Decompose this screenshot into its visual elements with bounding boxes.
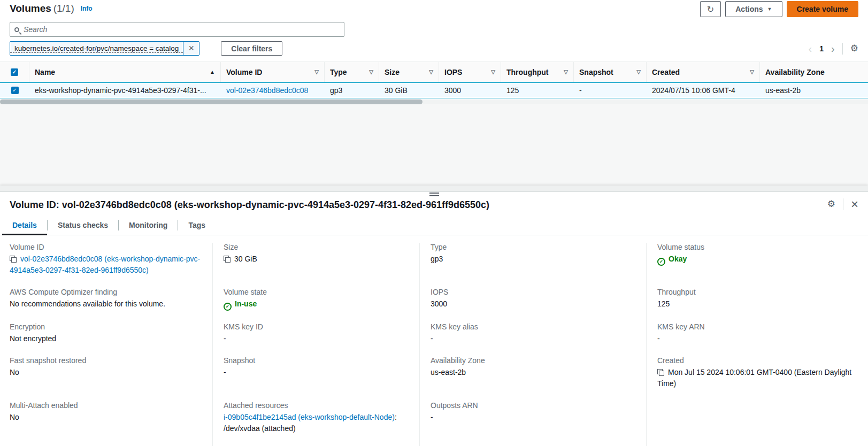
attached-instance-link[interactable]: i-09b05c4f1be2145ad (eks-workshop-defaul…	[224, 413, 395, 421]
table-header-row: ✓ Name▲ Volume ID▽ Type▽ Size▽ IOPS▽ Thr…	[0, 61, 868, 82]
search-row	[10, 22, 858, 37]
tab-tags[interactable]: Tags	[178, 215, 216, 235]
column-header-created[interactable]: Created▽	[647, 62, 760, 82]
column-header-snapshot[interactable]: Snapshot▽	[574, 62, 647, 82]
horizontal-scrollbar[interactable]	[0, 99, 868, 104]
row-checkbox[interactable]: ✓	[0, 83, 29, 98]
tab-details[interactable]: Details	[2, 215, 47, 235]
field-multi-attach: Multi-Attach enabled No	[0, 401, 212, 446]
empty-cell	[646, 401, 868, 446]
split-panel-tools: ⚙ ×	[827, 198, 858, 211]
panel-preferences-gear-icon[interactable]: ⚙	[827, 198, 835, 210]
attached-device: /dev/xvdaa (attached)	[224, 423, 409, 434]
field-encryption: Encryption Not encrypted	[0, 322, 212, 356]
remove-filter-icon[interactable]: ×	[183, 42, 199, 55]
row-availability-zone: us-east-2b	[760, 83, 868, 98]
field-volume-id: Volume ID vol-02e3746bd8edc0c08 (eks-wor…	[0, 243, 212, 288]
field-type: Type gp3	[419, 243, 646, 288]
panel-tabs: Details Status checks Monitoring Tags	[0, 215, 868, 235]
row-snapshot: -	[574, 83, 647, 98]
row-name: eks-workshop-dynamic-pvc-4914a5e3-0297-4…	[29, 83, 221, 98]
field-kms-key-arn: KMS key ARN -	[646, 322, 868, 356]
close-icon[interactable]: ×	[851, 198, 858, 211]
checkbox-checked-icon[interactable]: ✓	[11, 87, 19, 94]
refresh-button[interactable]: ↻	[700, 1, 721, 17]
volume-details-split-panel: Volume ID: vol-02e3746bd8edc0c08 (eks-wo…	[0, 186, 868, 446]
check-circle-icon: ✓	[224, 303, 232, 311]
field-volume-status: Volume status ✓Okay	[646, 243, 868, 288]
clear-filters-button[interactable]: Clear filters	[221, 41, 282, 56]
caret-down-icon: ▼	[767, 6, 772, 12]
select-all-checkbox[interactable]: ✓	[0, 62, 29, 82]
volumes-table: ✓ Name▲ Volume ID▽ Type▽ Size▽ IOPS▽ Thr…	[0, 61, 868, 104]
row-throughput: 125	[501, 83, 574, 98]
split-panel-resize-strip[interactable]	[0, 186, 868, 192]
field-size: Size 30 GiB	[212, 243, 419, 288]
field-iops: IOPS 3000	[419, 288, 646, 322]
field-throughput: Throughput 125	[646, 288, 868, 322]
divider	[843, 198, 843, 210]
field-fast-snapshot-restored: Fast snapshot restored No	[0, 356, 212, 401]
filter-token[interactable]: kubernetes.io/created-for/pvc/namespace …	[10, 41, 199, 56]
check-circle-icon: ✓	[657, 258, 665, 266]
column-header-volume-id[interactable]: Volume ID▽	[221, 62, 325, 82]
info-link[interactable]: Info	[81, 5, 93, 12]
column-header-name[interactable]: Name▲	[29, 62, 221, 82]
table-row[interactable]: ✓ eks-workshop-dynamic-pvc-4914a5e3-0297…	[0, 82, 868, 98]
list-header: Volumes (1/1) Info ↻ Actions▼ Create vol…	[10, 1, 858, 17]
tab-status-checks[interactable]: Status checks	[48, 215, 118, 235]
field-optimizer-finding: AWS Compute Optimizer finding No recomme…	[0, 288, 212, 322]
page-title: Volumes (1/1) Info	[10, 1, 93, 14]
row-size: 30 GiB	[379, 83, 439, 98]
search-box	[10, 22, 344, 37]
table-preferences-gear-icon[interactable]: ⚙	[850, 43, 858, 54]
column-header-type[interactable]: Type▽	[325, 62, 379, 82]
copy-icon[interactable]	[10, 256, 17, 263]
divider	[842, 43, 843, 55]
next-page-icon[interactable]: ›	[831, 43, 835, 54]
volume-id-link[interactable]: vol-02e3746bd8edc0c08 (eks-workshop-dyna…	[10, 255, 200, 274]
checkbox-checked-icon[interactable]: ✓	[11, 68, 18, 76]
sortable-icon: ▽	[366, 69, 373, 75]
create-volume-button[interactable]: Create volume	[787, 1, 858, 17]
actions-button[interactable]: Actions▼	[725, 1, 782, 17]
volume-id-link[interactable]: vol-02e3746bd8edc0c08	[226, 86, 308, 95]
sortable-icon: ▽	[633, 69, 641, 75]
row-type: gp3	[325, 83, 379, 98]
column-header-iops[interactable]: IOPS▽	[439, 62, 501, 82]
search-input[interactable]	[20, 25, 340, 34]
previous-page-icon[interactable]: ‹	[809, 43, 812, 54]
column-header-size[interactable]: Size▽	[379, 62, 439, 82]
sortable-icon: ▽	[560, 69, 568, 75]
field-kms-key-id: KMS key ID -	[212, 322, 419, 356]
sort-asc-icon: ▲	[206, 69, 215, 75]
field-kms-key-alias: KMS key alias -	[419, 322, 646, 356]
drag-handle-icon[interactable]	[429, 193, 439, 196]
filter-row: kubernetes.io/created-for/pvc/namespace …	[10, 41, 858, 56]
volume-count: (1/1)	[53, 3, 74, 14]
field-snapshot: Snapshot -	[212, 356, 419, 401]
sortable-icon: ▽	[426, 69, 433, 75]
pagination: ‹ 1 › ⚙	[809, 43, 858, 55]
search-icon	[14, 27, 19, 32]
field-volume-state: Volume state ✓In-use	[212, 288, 419, 322]
tab-monitoring[interactable]: Monitoring	[119, 215, 178, 235]
refresh-icon: ↻	[707, 4, 714, 14]
ec2-volumes-page: Volumes (1/1) Info ↻ Actions▼ Create vol…	[0, 0, 868, 446]
content-background	[0, 104, 868, 186]
field-created: Created Mon Jul 15 2024 10:06:01 GMT-040…	[646, 356, 868, 401]
row-iops: 3000	[439, 83, 501, 98]
page-title-text: Volumes	[10, 3, 51, 14]
filter-token-label[interactable]: kubernetes.io/created-for/pvc/namespace …	[10, 44, 183, 53]
split-panel-title: Volume ID: vol-02e3746bd8edc0c08 (eks-wo…	[10, 197, 827, 211]
scrollbar-thumb[interactable]	[0, 99, 423, 104]
current-page[interactable]: 1	[819, 44, 824, 53]
column-header-throughput[interactable]: Throughput▽	[501, 62, 574, 82]
column-header-availability-zone[interactable]: Availability Zone	[760, 62, 868, 82]
field-availability-zone: Availability Zone us-east-2b	[419, 356, 646, 401]
sortable-icon: ▽	[488, 69, 495, 75]
actions-button-label: Actions	[735, 5, 763, 13]
copy-icon[interactable]	[224, 256, 231, 263]
row-created: 2024/07/15 10:06 GMT-4	[647, 83, 760, 98]
copy-icon[interactable]	[657, 369, 664, 376]
